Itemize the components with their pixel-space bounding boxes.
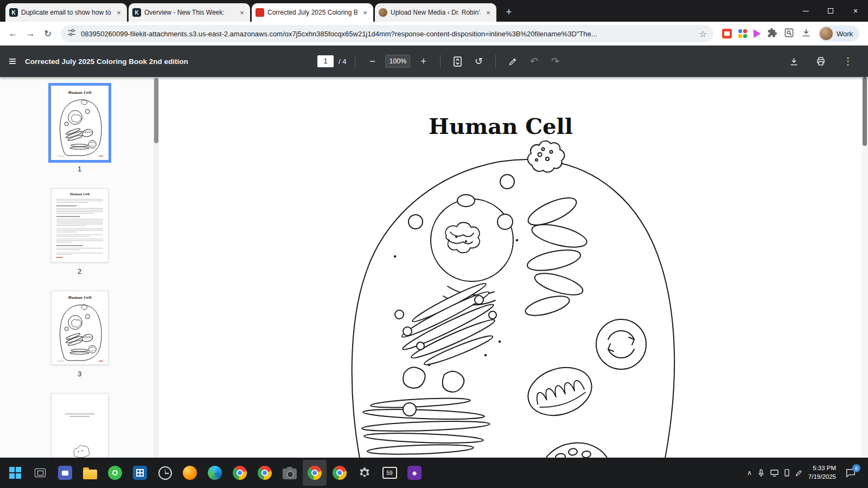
taskbar-messenger-app[interactable] bbox=[103, 460, 127, 486]
sidebar-scrollbar-thumb[interactable] bbox=[154, 78, 158, 143]
taskbar-settings[interactable] bbox=[353, 460, 376, 486]
print-button[interactable] bbox=[813, 53, 829, 69]
back-button[interactable]: ← bbox=[4, 25, 22, 42]
extension-icon-red[interactable] bbox=[722, 29, 732, 38]
page-thumbnail-1[interactable] bbox=[51, 86, 108, 160]
browser-tab-4[interactable]: Upload New Media ‹ Dr. Robin'... × bbox=[375, 3, 496, 22]
pdf-page-1: Human Cell bbox=[284, 78, 718, 458]
thumbnail-sidebar: 1 2 3 bbox=[0, 77, 159, 458]
redo-button[interactable]: ↷ bbox=[547, 53, 563, 69]
search-tabs-icon[interactable] bbox=[784, 28, 794, 40]
extension-icon-grid[interactable] bbox=[738, 29, 747, 38]
minimize-icon bbox=[803, 11, 809, 11]
browser-tab-3-active[interactable]: Corrected July 2025 Coloring B... × bbox=[252, 3, 373, 22]
downloads-icon[interactable] bbox=[801, 27, 812, 40]
address-bar[interactable]: 083950260099-filekit-attachments.s3.us-e… bbox=[61, 25, 713, 42]
taskbar-chrome-active[interactable] bbox=[303, 460, 327, 486]
thumbnail-preview bbox=[52, 189, 108, 262]
microphone-icon[interactable] bbox=[758, 469, 764, 477]
thumbnail-page-number-2: 2 bbox=[78, 267, 81, 276]
tab-strip: K Duplicate email to show how to × K Ove… bbox=[0, 0, 793, 22]
taskbar-chat-app[interactable] bbox=[53, 460, 77, 486]
pdf-favicon bbox=[256, 8, 264, 17]
pdf-toolbar-center: 1 / 4 − 100% + ↺ ↶ ↷ bbox=[317, 46, 563, 77]
pdf-download-button[interactable] bbox=[786, 53, 802, 69]
taskbar-chrome-3[interactable] bbox=[328, 460, 352, 486]
taskbar-chrome-2[interactable] bbox=[253, 460, 277, 486]
tray-chevron-icon[interactable]: ∧ bbox=[747, 469, 752, 477]
new-tab-button[interactable]: + bbox=[501, 4, 516, 20]
clock-icon bbox=[158, 466, 172, 480]
edge-icon bbox=[208, 466, 222, 480]
taskbar-purple-app[interactable]: ◆ bbox=[403, 460, 426, 486]
tab-close-icon[interactable]: × bbox=[114, 8, 123, 17]
browser-titlebar: K Duplicate email to show how to × K Ove… bbox=[0, 0, 868, 22]
taskbar-firefox[interactable] bbox=[178, 460, 202, 486]
zoom-level-field[interactable]: 100% bbox=[385, 55, 410, 68]
taskbar-spreadsheet-app[interactable] bbox=[128, 460, 152, 486]
task-view-button[interactable] bbox=[28, 460, 52, 486]
pen-icon[interactable] bbox=[795, 470, 802, 477]
action-center-button[interactable]: 8 bbox=[842, 464, 859, 481]
bookmark-star-icon[interactable]: ☆ bbox=[699, 29, 707, 39]
main-scrollbar[interactable] bbox=[861, 77, 868, 458]
pdf-toolbar-left: ≡ Corrected July 2025 Coloring Book 2nd … bbox=[0, 55, 188, 68]
pdf-viewer-canvas[interactable]: Human Cell bbox=[159, 77, 868, 458]
maximize-button[interactable] bbox=[818, 0, 843, 22]
chat-app-icon bbox=[58, 466, 72, 480]
pdf-document-title: Corrected July 2025 Coloring Book 2nd ed… bbox=[25, 57, 188, 66]
profile-chip[interactable]: Work bbox=[818, 25, 859, 42]
taskbar-counter-app[interactable]: 59 bbox=[378, 460, 401, 486]
browser-tab-2[interactable]: K Overview - New This Week: × bbox=[129, 3, 250, 22]
page-title: Human Cell bbox=[284, 113, 718, 139]
mitochondrion bbox=[522, 360, 598, 423]
main-scrollbar-thumb[interactable] bbox=[863, 77, 867, 146]
minimize-button[interactable] bbox=[793, 0, 818, 22]
phone-icon[interactable] bbox=[784, 469, 789, 477]
site-favicon bbox=[379, 8, 387, 17]
undo-button[interactable]: ↶ bbox=[526, 53, 542, 69]
page-thumbnail-4[interactable] bbox=[51, 393, 108, 458]
rotate-button[interactable]: ↺ bbox=[470, 53, 487, 69]
golgi-apparatus bbox=[395, 280, 496, 368]
tab-close-icon[interactable]: × bbox=[484, 8, 493, 17]
page-thumbnail-3[interactable] bbox=[51, 291, 108, 365]
zoom-in-button[interactable]: + bbox=[415, 53, 431, 69]
profile-name: Work bbox=[837, 30, 853, 38]
extension-icon-play[interactable] bbox=[754, 29, 761, 38]
mitochondrion-partial bbox=[537, 439, 614, 458]
tab-title: Corrected July 2025 Coloring B... bbox=[267, 9, 358, 16]
sidebar-menu-icon[interactable]: ≡ bbox=[9, 55, 16, 68]
taskbar-chrome-1[interactable] bbox=[228, 460, 252, 486]
vesicle bbox=[500, 175, 514, 189]
divider bbox=[355, 55, 355, 68]
grid-app-icon bbox=[133, 466, 147, 480]
taskbar-edge[interactable] bbox=[203, 460, 227, 486]
extensions-puzzle-icon[interactable] bbox=[767, 28, 777, 40]
page-count-label: / 4 bbox=[339, 57, 346, 66]
taskbar-clock-app[interactable] bbox=[153, 460, 177, 486]
site-settings-icon[interactable] bbox=[67, 28, 76, 39]
zoom-out-button[interactable]: − bbox=[364, 53, 380, 69]
browser-tab-1[interactable]: K Duplicate email to show how to × bbox=[5, 3, 127, 22]
close-window-button[interactable]: × bbox=[843, 0, 868, 22]
purple-app-icon: ◆ bbox=[407, 466, 422, 480]
taskbar-clock[interactable]: 5:33 PM 7/19/2025 bbox=[808, 464, 836, 481]
taskbar-camera-app[interactable] bbox=[278, 460, 302, 486]
annotate-pen-button[interactable] bbox=[505, 53, 521, 69]
url-text: 083950260099-filekit-attachments.s3.us-e… bbox=[81, 30, 694, 38]
tab-close-icon[interactable]: × bbox=[238, 8, 246, 17]
tab-close-icon[interactable]: × bbox=[361, 8, 369, 17]
sidebar-scrollbar[interactable] bbox=[154, 77, 159, 458]
keap-favicon: K bbox=[132, 8, 141, 17]
fit-page-button[interactable] bbox=[449, 53, 465, 69]
taskbar-file-explorer[interactable] bbox=[78, 460, 102, 486]
browser-toolbar: ← → ↻ 083950260099-filekit-attachments.s… bbox=[0, 22, 868, 46]
page-thumbnail-2[interactable] bbox=[51, 188, 108, 262]
page-number-input[interactable]: 1 bbox=[317, 55, 334, 67]
start-button[interactable] bbox=[3, 460, 27, 486]
display-icon[interactable] bbox=[770, 470, 778, 477]
more-options-kebab-icon[interactable]: ⋮ bbox=[840, 53, 856, 69]
forward-button[interactable]: → bbox=[22, 25, 39, 42]
reload-button[interactable]: ↻ bbox=[39, 25, 56, 42]
